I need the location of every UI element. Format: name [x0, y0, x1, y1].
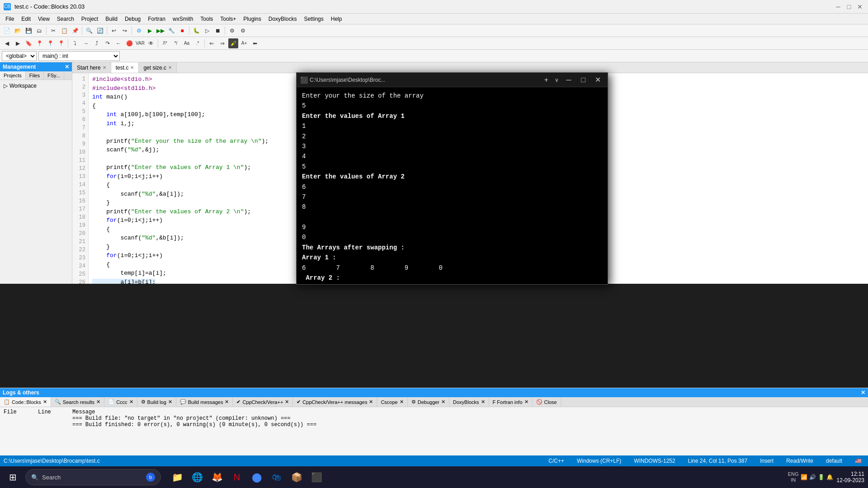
terminal-maximize[interactable]: □	[577, 74, 590, 86]
logs-tab-cppcheck-close[interactable]: ✕	[285, 399, 289, 405]
tb-comment[interactable]: /\*	[160, 38, 170, 48]
menu-plugins[interactable]: Plugins	[240, 15, 264, 23]
taskbar-apps2[interactable]: 📦	[288, 468, 306, 486]
tb-cut[interactable]: ✂	[48, 26, 58, 36]
taskbar-search[interactable]: 🔍 Search b	[25, 469, 161, 485]
tb-step-over[interactable]: →	[81, 38, 91, 48]
terminal-tab-chevron[interactable]: ∨	[553, 77, 561, 83]
menu-tools-plus[interactable]: Tools+	[217, 15, 240, 23]
tab-start-here-close[interactable]: ✕	[103, 65, 106, 70]
tb-vars[interactable]: VAR	[135, 38, 145, 48]
tb-bookmark3[interactable]: 📍	[56, 38, 66, 48]
tb-debug[interactable]: 🐛	[191, 26, 201, 36]
sidebar-tab-projects[interactable]: Projects	[0, 71, 26, 80]
menu-wxsmith[interactable]: wxSmith	[169, 15, 197, 23]
minimize-button[interactable]: ─	[834, 2, 843, 11]
menu-doxyblocks[interactable]: DoxyBlocks	[265, 15, 301, 23]
menu-search[interactable]: Search	[53, 15, 78, 23]
menu-view[interactable]: View	[34, 15, 53, 23]
tb-find-replace[interactable]: 🔄	[95, 26, 105, 36]
logs-close[interactable]: ✕	[861, 389, 865, 396]
menu-debug[interactable]: Debug	[121, 15, 144, 23]
logs-tab-fortran-close[interactable]: ✕	[524, 399, 528, 405]
terminal-minimize[interactable]: ─	[562, 74, 575, 86]
tb-find[interactable]: 🔍	[84, 26, 94, 36]
tb-save-all[interactable]: 🗂	[34, 26, 44, 36]
logs-tab-buildmsg-close[interactable]: ✕	[225, 399, 229, 405]
taskbar-chrome[interactable]: ⬤	[248, 468, 266, 486]
tab-test-c-close[interactable]: ✕	[130, 65, 134, 70]
tb-jump-left[interactable]: ⇐	[207, 38, 217, 48]
logs-tab-buildlog-close[interactable]: ✕	[168, 399, 172, 405]
logs-tab-buildmsg[interactable]: 💬 Build messages ✕	[176, 397, 233, 407]
logs-tab-cccc[interactable]: 📄 Cccc ✕	[104, 397, 137, 407]
logs-tab-search-close[interactable]: ✕	[96, 399, 100, 405]
maximize-button[interactable]: □	[844, 2, 854, 11]
taskbar-firefox[interactable]: 🦊	[208, 468, 226, 486]
tb-run[interactable]: ▶	[145, 26, 155, 36]
tb-build[interactable]: ⚙	[134, 26, 144, 36]
tb-copy[interactable]: 📋	[59, 26, 69, 36]
tb-text-size[interactable]: A+	[239, 38, 249, 48]
logs-tab-cppcheck[interactable]: ✔ CppCheck/Vera++ ✕	[233, 397, 293, 407]
tb-bookmark-prev[interactable]: ◀	[2, 38, 12, 48]
logs-tab-doxyblocks-close[interactable]: ✕	[481, 399, 485, 405]
taskbar-netflix[interactable]: N	[228, 468, 246, 486]
terminal-close[interactable]: ✕	[591, 74, 604, 86]
tb-step-in[interactable]: ⤵	[70, 38, 80, 48]
tab-test-c[interactable]: test.c ✕	[111, 62, 139, 73]
tb-stop[interactable]: ■	[177, 26, 187, 36]
logs-tab-debugger-close[interactable]: ✕	[441, 399, 445, 405]
logs-tab-close-all[interactable]: 🚫 Close	[533, 397, 561, 407]
tb-bookmark2[interactable]: 📍	[45, 38, 55, 48]
menu-project[interactable]: Project	[78, 15, 102, 23]
sidebar-close[interactable]: ✕	[65, 64, 69, 70]
tb-back[interactable]: ←	[113, 38, 123, 48]
menu-settings[interactable]: Settings	[300, 15, 327, 23]
logs-tab-cscope[interactable]: Cscope ✕	[377, 397, 407, 407]
tb-bookmark-next[interactable]: ▶	[13, 38, 23, 48]
taskbar-store[interactable]: 🛍	[268, 468, 286, 486]
logs-tab-doxyblocks[interactable]: DoxyBlocks ✕	[449, 397, 489, 407]
taskbar-clock[interactable]: 12:11 12-09-2023	[837, 471, 864, 483]
tb-jump-right[interactable]: ⇒	[217, 38, 227, 48]
tab-get-size-close[interactable]: ✕	[168, 65, 172, 70]
tb-nav-back[interactable]: ⬅	[250, 38, 260, 48]
tb-bookmark1[interactable]: 📍	[34, 38, 44, 48]
logs-tab-codeblocks[interactable]: 📋 Code::Blocks ✕	[0, 397, 51, 407]
logs-tab-debugger[interactable]: ⚙ Debugger ✕	[408, 397, 449, 407]
tb-bookmark-add[interactable]: 🔖	[24, 38, 33, 48]
tb-rebuild[interactable]: 🔧	[166, 26, 176, 36]
tb-debug-stop[interactable]: ⏹	[213, 26, 223, 36]
tb-settings[interactable]: ⚙	[227, 26, 237, 36]
tb-debug-run[interactable]: ▷	[202, 26, 212, 36]
tb-undo[interactable]: ↩	[109, 26, 119, 36]
tab-get-size[interactable]: get size.c ✕	[139, 62, 177, 73]
menu-file[interactable]: File	[2, 15, 18, 23]
tb-open[interactable]: 📂	[13, 26, 23, 36]
scope-select[interactable]: <global>	[2, 51, 37, 61]
close-button[interactable]: ✕	[855, 2, 864, 11]
start-button[interactable]: ⊞	[4, 468, 22, 486]
sidebar-workspace[interactable]: ▷ Workspace	[2, 82, 70, 90]
tb-build-run[interactable]: ▶▶	[156, 26, 165, 36]
logs-tab-cscope-close[interactable]: ✕	[400, 399, 404, 405]
logs-tab-buildlog[interactable]: ⚙ Build log ✕	[137, 397, 176, 407]
tb-toggle-bp[interactable]: 🔴	[124, 38, 134, 48]
logs-tab-codeblocks-close[interactable]: ✕	[43, 399, 47, 405]
tb-step-out[interactable]: ⤴	[92, 38, 102, 48]
logs-tab-cccc-close[interactable]: ✕	[129, 399, 133, 405]
tb-redo[interactable]: ↪	[120, 26, 130, 36]
menu-edit[interactable]: Edit	[18, 15, 34, 23]
logs-tab-search[interactable]: 🔍 Search results ✕	[51, 397, 104, 407]
function-select[interactable]: main() : int	[38, 51, 120, 61]
tb-settings2[interactable]: ⚙	[238, 26, 248, 36]
menu-help[interactable]: Help	[327, 15, 346, 23]
tb-run-to[interactable]: ↷	[103, 38, 113, 48]
tb-new[interactable]: 📄	[2, 26, 12, 36]
menu-build[interactable]: Build	[102, 15, 121, 23]
tb-save[interactable]: 💾	[24, 26, 33, 36]
taskbar-file-explorer[interactable]: 📁	[168, 468, 186, 486]
logs-tab-cppcheckmsg[interactable]: ✔ CppCheck/Vera++ messages ✕	[293, 397, 377, 407]
tb-watches[interactable]: 👁	[146, 38, 156, 48]
